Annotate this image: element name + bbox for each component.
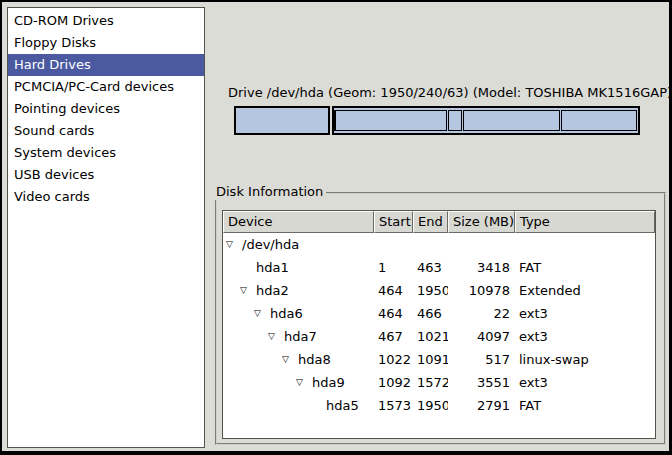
end-cell: 463 [413,260,448,275]
end-cell: 466 [413,306,448,321]
device-label: /dev/hda [242,237,299,252]
start-cell: 1092 [374,375,413,390]
table-row-hda5[interactable]: hda5157319502791FAT [223,394,655,417]
device-cell: ▽hda2 [223,283,374,298]
device-cell: ▽hda8 [223,352,374,367]
device-label: hda7 [284,329,317,344]
partition-segment-hda2 [332,106,640,135]
device-label: hda2 [256,283,289,298]
column-header-end[interactable]: End [413,211,448,233]
sidebar-item-usb-devices[interactable]: USB devices [8,164,204,186]
end-cell: 1950 [413,283,448,298]
sidebar-item-sound-cards[interactable]: Sound cards [8,120,204,142]
device-cell: hda5 [223,398,374,413]
size-cell: 2791 [448,398,515,413]
device-cell: ▽hda9 [223,375,374,390]
partition-segment-hda7 [335,110,447,131]
tree-expander-icon[interactable]: ▽ [240,286,256,295]
device-cell: hda1 [223,260,374,275]
size-cell: 22 [448,306,515,321]
type-cell: FAT [515,398,655,413]
table-row-hda8[interactable]: ▽hda810221091517linux-swap [223,348,655,371]
size-cell: 3551 [448,375,515,390]
table-row-hda7[interactable]: ▽hda746710214097ext3 [223,325,655,348]
device-label: hda8 [298,352,331,367]
app-window: CD-ROM DrivesFloppy DisksHard DrivesPCMC… [2,2,669,451]
start-cell: 464 [374,283,413,298]
sidebar-item-cd-rom-drives[interactable]: CD-ROM Drives [8,10,204,32]
tree-expander-icon[interactable]: ▽ [254,309,270,318]
table-header-row: DeviceStartEndSize (MB)Type [223,211,655,233]
partition-segment-hda8 [448,110,461,131]
table-row-hda9[interactable]: ▽hda9109215723551ext3 [223,371,655,394]
device-label: hda9 [312,375,345,390]
device-category-list[interactable]: CD-ROM DrivesFloppy DisksHard DrivesPCMC… [7,7,205,448]
tree-expander-icon[interactable]: ▽ [296,378,312,387]
partition-segment-hda1 [234,106,330,135]
partition-segment-hda5 [561,110,637,131]
tree-expander-icon[interactable]: ▽ [282,355,298,364]
tree-expander-icon[interactable]: ▽ [226,240,242,249]
size-cell: 517 [448,352,515,367]
device-cell: ▽hda7 [223,329,374,344]
size-cell: 4097 [448,329,515,344]
type-cell: FAT [515,260,655,275]
type-cell: linux-swap [515,352,655,367]
sidebar-item-floppy-disks[interactable]: Floppy Disks [8,32,204,54]
start-cell: 467 [374,329,413,344]
sidebar-item-pcmcia-pc-card-devices[interactable]: PCMCIA/PC-Card devices [8,76,204,98]
type-cell: ext3 [515,306,655,321]
start-cell: 464 [374,306,413,321]
table-row-hda1[interactable]: hda114633418FAT [223,256,655,279]
size-cell: 3418 [448,260,515,275]
end-cell: 1021 [413,329,448,344]
type-cell: ext3 [515,329,655,344]
start-cell: 1022 [374,352,413,367]
column-header-size-mb-[interactable]: Size (MB) [448,211,515,233]
disk-information-frame-label: Disk Information [213,184,326,200]
sidebar-item-pointing-devices[interactable]: Pointing devices [8,98,204,120]
type-cell: Extended [515,283,655,298]
end-cell: 1091 [413,352,448,367]
tree-expander-icon[interactable]: ▽ [268,332,284,341]
end-cell: 1572 [413,375,448,390]
table-row--dev-hda[interactable]: ▽/dev/hda [223,233,655,256]
device-label: hda5 [326,398,359,413]
column-header-device[interactable]: Device [223,211,374,233]
sidebar-item-system-devices[interactable]: System devices [8,142,204,164]
disk-information-table: DeviceStartEndSize (MB)Type ▽/dev/hdahda… [222,210,656,439]
start-cell: 1 [374,260,413,275]
column-header-type[interactable]: Type [515,211,655,233]
table-row-hda6[interactable]: ▽hda646446622ext3 [223,302,655,325]
table-body: ▽/dev/hdahda114633418FAT▽hda246419501097… [223,233,655,417]
device-label: hda6 [270,306,303,321]
hardware-browser-window: { "window": { "background": "#dcdcd7", "… [0,0,672,455]
size-cell: 10978 [448,283,515,298]
type-cell: ext3 [515,375,655,390]
device-cell: ▽hda6 [223,306,374,321]
drive-title: Drive /dev/hda (Geom: 1950/240/63) (Mode… [228,85,646,100]
device-label: hda1 [256,260,289,275]
column-header-start[interactable]: Start [374,211,413,233]
start-cell: 1573 [374,398,413,413]
device-cell: ▽/dev/hda [223,237,374,252]
partition-bar [234,106,640,135]
partition-segment-hda9 [463,110,560,131]
sidebar-item-video-cards[interactable]: Video cards [8,186,204,208]
table-row-hda2[interactable]: ▽hda2464195010978Extended [223,279,655,302]
end-cell: 1950 [413,398,448,413]
sidebar-item-hard-drives[interactable]: Hard Drives [8,54,204,76]
